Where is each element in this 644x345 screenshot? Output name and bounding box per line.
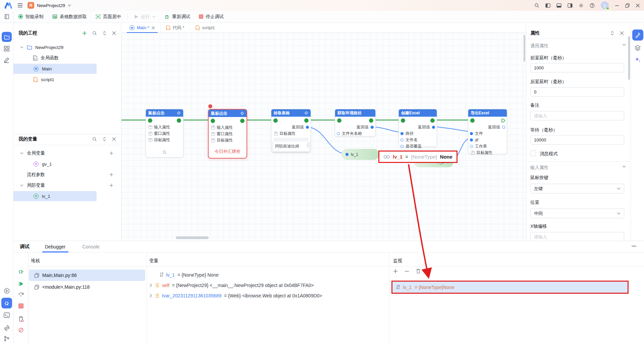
wait-input[interactable] <box>530 135 624 145</box>
flow-in-port[interactable] <box>470 118 475 123</box>
properties-scrollbar[interactable] <box>628 36 630 80</box>
add-watch-icon[interactable] <box>393 269 398 274</box>
add-variable-icon[interactable] <box>109 183 113 187</box>
search-icon[interactable] <box>534 3 539 8</box>
add-variable-icon[interactable] <box>109 151 113 155</box>
expand-icon[interactable] <box>211 132 215 136</box>
tree-item-gv1[interactable]: gv_1 <box>13 159 121 169</box>
stack-frame[interactable]: <module>,Main.py:118 <box>29 281 145 293</box>
flow-in-port[interactable] <box>337 118 341 123</box>
sidebar-item-debug[interactable] <box>1 298 12 308</box>
tab-main[interactable]: Main * <box>124 23 161 33</box>
expand-icon[interactable] <box>149 138 152 142</box>
pre-delay-input[interactable] <box>530 63 624 72</box>
sidebar-item-run-hexagon[interactable] <box>0 288 13 294</box>
toggle-left-panel-icon[interactable] <box>545 3 550 8</box>
expand-icon[interactable] <box>149 125 152 129</box>
output-port-dot[interactable] <box>306 126 309 129</box>
flow-canvas[interactable]: 鼠标点击 输入属性 窗口属性 目标属性 鼠标点击 输入属性 窗口属性 目标属性 <box>121 33 526 241</box>
debug-variable-row[interactable]: tvar_2023112911361035689 = {Web} <ibrows… <box>149 293 322 298</box>
expand-icon[interactable] <box>471 151 475 155</box>
close-panel-icon[interactable] <box>620 31 624 35</box>
run-button[interactable]: 运行 <box>130 11 160 22</box>
flow-out-port[interactable] <box>430 118 435 123</box>
add-variable-icon[interactable] <box>109 173 113 177</box>
resume-icon[interactable] <box>13 281 29 287</box>
help-icon[interactable] <box>590 3 595 8</box>
user-avatar[interactable]: y <box>601 1 609 9</box>
tree-group-global-vars[interactable]: 全局变量 <box>13 149 121 158</box>
tree-item-main-flow[interactable]: Main <box>13 64 121 73</box>
close-panel-icon[interactable] <box>112 31 116 35</box>
sidebar-item-components[interactable] <box>0 46 13 52</box>
debug-variable-row[interactable]: 1001 lv_1 = {NoneType} None <box>160 272 219 278</box>
settings-gear-icon[interactable] <box>579 3 584 8</box>
expand-icon[interactable] <box>274 132 278 135</box>
table-capture-button[interactable]: 表格数据抓取 <box>48 11 91 22</box>
flow-node-create-excel[interactable]: 创建Excel 返回值 路径 文件名 是否覆盖 <box>398 109 437 147</box>
collapse-debug-panel-icon[interactable] <box>631 244 637 248</box>
page-center-button[interactable]: 页面居中 <box>91 11 125 22</box>
flow-node-mouse-click-2[interactable]: 鼠标点击 输入属性 窗口属性 目标属性 今日外汇牌价 <box>208 109 247 159</box>
tree-group-local-vars[interactable]: 局部变量 <box>13 181 121 190</box>
expand-icon[interactable] <box>211 126 215 129</box>
input-port-dot[interactable] <box>470 138 473 141</box>
tab-console[interactable]: Console <box>81 241 101 252</box>
expand-icon[interactable] <box>149 132 152 135</box>
flow-node-export-excel[interactable]: 导出Excel 返回值 文件 df 工作表 目标属性 <box>468 109 507 154</box>
journal-icon[interactable] <box>0 11 14 22</box>
close-tab-icon[interactable] <box>152 26 155 30</box>
flow-node-get-env-path[interactable]: 获取环境路径 返回值 文件夹名称 <box>335 109 376 136</box>
sidebar-item-annotate[interactable] <box>0 57 13 63</box>
crosshair-icon[interactable] <box>304 111 308 115</box>
variable-pill-lv1-left[interactable]: lv_1 <box>341 149 379 160</box>
tree-group-flow-params[interactable]: 流程参数 <box>13 170 121 179</box>
sidebar-item-terminal[interactable] <box>0 312 13 318</box>
input-port-dot[interactable] <box>400 138 404 141</box>
watch-row-highlighted[interactable]: 1001 lv_1 = {NoneType}None <box>391 281 629 294</box>
flow-node-grab-table[interactable]: 拾取表格 返回值 目标属性 阿联酋迪拉姆 <box>271 109 311 153</box>
disable-watch-icon[interactable] <box>13 327 29 333</box>
crosshair-icon[interactable] <box>240 111 244 115</box>
close-window-icon[interactable] <box>636 3 640 8</box>
project-switcher[interactable]: N NewProject29 <box>28 2 71 9</box>
tree-item-global-functions[interactable]: fx 全局函数 <box>13 53 121 63</box>
flow-out-port-hollow[interactable] <box>501 118 505 123</box>
output-port-dot[interactable] <box>432 126 435 129</box>
column-divider[interactable] <box>389 252 389 345</box>
breakpoint-dot[interactable] <box>208 104 212 108</box>
note-input[interactable] <box>530 111 624 120</box>
tree-item-project-root[interactable]: NewProject29 <box>13 43 121 52</box>
chevron-right-icon[interactable] <box>149 294 152 298</box>
strip-item-ai-assistant[interactable] <box>631 56 644 63</box>
chevron-down-icon[interactable] <box>622 44 626 46</box>
redebug-button[interactable]: 重新调试 <box>160 11 195 22</box>
sidebar-item-python[interactable] <box>0 325 13 331</box>
post-delay-input[interactable] <box>530 87 624 97</box>
collapse-all-icon[interactable] <box>102 137 107 141</box>
section-general-props[interactable]: 通用属性 <box>530 43 548 49</box>
tree-item-lv1[interactable]: lv_1 <box>13 191 121 201</box>
add-flow-icon[interactable] <box>82 31 87 36</box>
flow-out-port[interactable] <box>177 118 181 123</box>
search-icon[interactable] <box>92 137 97 141</box>
chevron-down-icon[interactable] <box>622 165 626 168</box>
flow-in-port[interactable] <box>211 119 215 123</box>
strip-item-properties[interactable] <box>632 30 643 41</box>
tree-item-script1[interactable]: script1 <box>13 75 121 84</box>
stop-debug-button[interactable]: 停止调试 <box>195 11 228 22</box>
input-port-dot[interactable] <box>470 132 473 135</box>
sidebar-item-project-explorer[interactable] <box>2 32 12 42</box>
input-port-dot[interactable] <box>470 145 473 148</box>
close-panel-icon[interactable] <box>112 137 116 141</box>
chevron-right-icon[interactable] <box>149 283 152 287</box>
strip-item-layers[interactable] <box>631 45 644 51</box>
tab-code[interactable]: 代码 * <box>161 23 190 33</box>
column-divider[interactable] <box>147 252 147 345</box>
flow-in-port[interactable] <box>148 118 152 123</box>
collapse-all-icon[interactable] <box>102 31 107 36</box>
search-icon[interactable] <box>92 31 97 36</box>
flow-out-port[interactable] <box>304 118 309 123</box>
flow-in-port[interactable] <box>273 118 278 123</box>
output-port-dot[interactable] <box>502 126 505 129</box>
